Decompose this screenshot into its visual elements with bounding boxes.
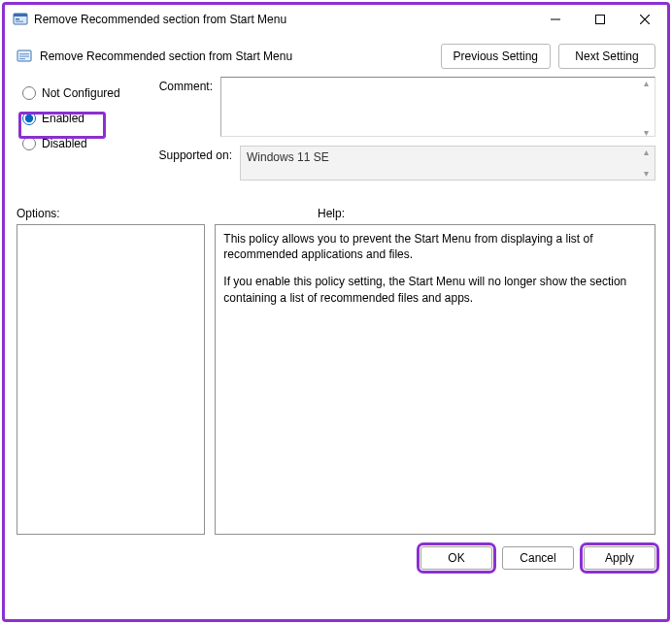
radio-disabled[interactable]: [22, 137, 36, 150]
supported-on-row: Supported on: Windows 11 SE ▴ ▾: [152, 146, 655, 181]
panels-row: This policy allows you to prevent the St…: [5, 224, 667, 535]
close-button[interactable]: [622, 5, 667, 34]
minimize-button[interactable]: [533, 5, 578, 34]
radio-disabled-row[interactable]: Disabled: [17, 131, 143, 156]
options-label: Options:: [17, 207, 308, 220]
help-paragraph-1: This policy allows you to prevent the St…: [223, 231, 647, 262]
dialog-footer: OK Cancel Apply: [5, 535, 667, 581]
settings-area: Not Configured Enabled Disabled Comment:: [5, 73, 667, 199]
supported-on-label: Supported on:: [152, 146, 240, 162]
policy-title: Remove Recommended section from Start Me…: [40, 49, 292, 63]
previous-setting-button[interactable]: Previous Setting: [441, 44, 551, 69]
svg-rect-1: [14, 14, 27, 16]
next-setting-button[interactable]: Next Setting: [558, 44, 655, 69]
titlebar: Remove Recommended section from Start Me…: [5, 5, 667, 34]
help-paragraph-2: If you enable this policy setting, the S…: [223, 274, 647, 305]
comment-textarea[interactable]: [220, 77, 655, 137]
help-label: Help:: [308, 207, 655, 220]
ok-button[interactable]: OK: [420, 546, 492, 570]
svg-rect-8: [19, 56, 29, 57]
system-buttons: [533, 5, 667, 34]
cancel-button[interactable]: Cancel: [502, 546, 574, 570]
supported-on-value: Windows 11 SE: [240, 146, 655, 181]
svg-rect-2: [16, 18, 19, 20]
radio-not-configured-row[interactable]: Not Configured: [17, 81, 143, 106]
radio-enabled[interactable]: [22, 112, 36, 125]
svg-rect-7: [19, 53, 29, 54]
radio-not-configured-label[interactable]: Not Configured: [42, 86, 120, 100]
maximize-button[interactable]: [578, 5, 622, 34]
panels-labels: Options: Help:: [5, 199, 667, 224]
window-title: Remove Recommended section from Start Me…: [34, 13, 286, 26]
policy-icon: [17, 49, 32, 64]
apply-button[interactable]: Apply: [584, 546, 655, 570]
radio-disabled-label[interactable]: Disabled: [42, 137, 87, 150]
radio-not-configured[interactable]: [22, 86, 36, 100]
comment-label: Comment:: [152, 77, 220, 93]
help-panel[interactable]: This policy allows you to prevent the St…: [215, 224, 655, 535]
state-radio-group: Not Configured Enabled Disabled: [17, 81, 143, 156]
policy-header: Remove Recommended section from Start Me…: [5, 34, 667, 73]
svg-rect-4: [551, 19, 560, 20]
svg-rect-5: [596, 16, 605, 24]
window-frame: Remove Recommended section from Start Me…: [2, 2, 670, 622]
radio-enabled-label[interactable]: Enabled: [42, 112, 84, 125]
svg-rect-3: [16, 21, 23, 23]
radio-enabled-row[interactable]: Enabled: [17, 106, 143, 131]
options-panel[interactable]: [17, 224, 205, 535]
comment-field-row: Comment: ▴ ▾: [152, 77, 655, 140]
svg-rect-9: [19, 58, 25, 59]
window-app-icon: [13, 12, 28, 27]
